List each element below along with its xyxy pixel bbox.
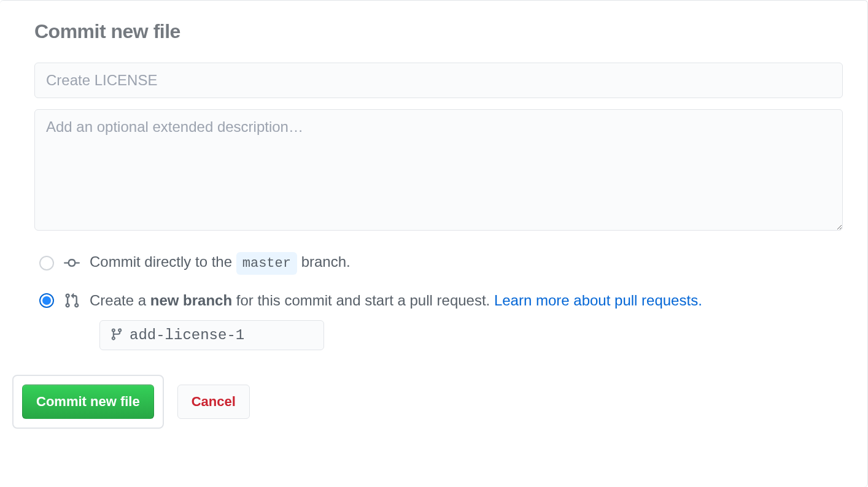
commit-direct-radio[interactable] (39, 256, 54, 270)
commit-direct-label: Commit directly to the master branch. (90, 251, 351, 275)
branch-name-field[interactable] (99, 320, 324, 350)
commit-summary-input[interactable] (34, 63, 843, 98)
git-branch-icon (110, 328, 123, 343)
git-pull-request-icon (64, 293, 80, 309)
direct-text-prefix: Commit directly to the (90, 253, 236, 270)
commit-button-highlight: Commit new file (12, 375, 164, 429)
cancel-button[interactable]: Cancel (177, 385, 250, 419)
commit-button[interactable]: Commit new file (22, 385, 154, 419)
commit-newbranch-label: Create a new branch for this commit and … (90, 290, 702, 312)
action-buttons: Commit new file Cancel (12, 375, 843, 429)
newbranch-text-middle: for this commit and start a pull request… (232, 292, 494, 309)
commit-target-radiogroup: Commit directly to the master branch. Cr… (39, 251, 843, 350)
branch-badge: master (236, 252, 297, 275)
git-commit-icon (64, 255, 80, 271)
newbranch-text-prefix: Create a (90, 292, 150, 309)
commit-direct-option[interactable]: Commit directly to the master branch. (39, 251, 843, 275)
direct-text-suffix: branch. (301, 253, 351, 270)
newbranch-text-bold: new branch (150, 292, 232, 309)
commit-newbranch-radio[interactable] (39, 293, 54, 308)
branch-name-input[interactable] (130, 327, 314, 343)
commit-description-textarea[interactable] (34, 109, 843, 231)
panel-heading: Commit new file (34, 20, 843, 43)
commit-newbranch-option[interactable]: Create a new branch for this commit and … (39, 290, 843, 312)
commit-panel: Commit new file Commit directly to the m… (0, 0, 868, 487)
learn-more-link[interactable]: Learn more about pull requests. (494, 292, 702, 309)
